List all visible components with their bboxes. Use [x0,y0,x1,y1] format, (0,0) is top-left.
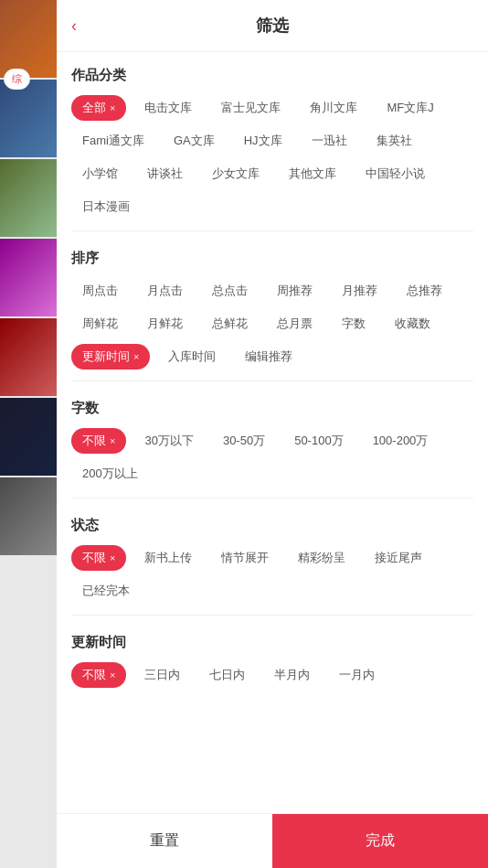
book-cover [0,239,57,316]
tag-总月票[interactable]: 总月票 [266,311,324,337]
reset-button[interactable]: 重置 [57,814,272,868]
tag-总推荐[interactable]: 总推荐 [396,278,453,304]
综合-tab[interactable]: 综 [4,69,30,90]
tag-日本漫画[interactable]: 日本漫画 [71,194,141,220]
tag-精彩纷呈[interactable]: 精彩纷呈 [287,545,356,571]
back-button[interactable]: ‹ [71,16,77,36]
sort-title: 排序 [71,250,473,267]
tag-中国轻小说[interactable]: 中国轻小说 [355,161,436,187]
tag-周点击[interactable]: 周点击 [71,278,129,304]
divider-1 [71,230,473,231]
tag-月点击[interactable]: 月点击 [136,278,194,304]
close-icon: × [110,102,115,113]
tag-半月内[interactable]: 半月内 [263,662,321,688]
close-icon: × [133,351,139,362]
tag-情节展开[interactable]: 情节展开 [210,545,280,571]
tag-100-200万[interactable]: 100-200万 [362,428,440,454]
filter-header: ‹ 筛选 [57,0,488,52]
category-tags: 全部 × 电击文库 富士见文库 角川文库 MF文库J Fami通文库 GA文库 … [71,95,473,220]
tag-不限-wordcount[interactable]: 不限 × [71,428,126,454]
divider-4 [71,615,473,616]
tag-月鲜花[interactable]: 月鲜花 [136,311,194,337]
sort-section: 排序 周点击 月点击 总点击 周推荐 月推荐 总推荐 周鲜花 月鲜花 总鲜花 总… [71,235,473,377]
tag-其他文库[interactable]: 其他文库 [278,161,347,187]
tag-编辑推荐[interactable]: 编辑推荐 [234,344,303,370]
book-cover [0,0,57,78]
tag-入库时间[interactable]: 入库时间 [157,344,227,370]
tag-小学馆[interactable]: 小学馆 [71,161,129,187]
close-icon: × [110,670,115,680]
tag-已经完本[interactable]: 已经完本 [71,578,141,604]
tag-集英社[interactable]: 集英社 [366,128,423,154]
tag-讲谈社[interactable]: 讲谈社 [136,161,194,187]
tag-接近尾声[interactable]: 接近尾声 [364,545,433,571]
wordcount-tags: 不限 × 30万以下 30-50万 50-100万 100-200万 200万以… [71,428,473,487]
update-time-tags: 不限 × 三日内 七日内 半月内 一月内 [71,662,473,688]
close-icon: × [110,435,115,446]
tag-50-100万[interactable]: 50-100万 [283,428,354,454]
tag-富士见文库[interactable]: 富士见文库 [210,95,292,121]
book-cover [0,477,57,555]
page-title: 筛选 [256,15,289,37]
tag-角川文库[interactable]: 角川文库 [299,95,368,121]
book-cover [0,398,57,476]
divider-2 [71,380,473,381]
book-cover [0,318,57,396]
tag-200万以上[interactable]: 200万以上 [71,461,149,487]
tag-字数[interactable]: 字数 [331,311,377,337]
tag-30-50万[interactable]: 30-50万 [212,428,276,454]
tag-HJ文库[interactable]: HJ文库 [233,128,293,154]
status-title: 状态 [71,517,473,534]
left-panel [0,0,57,868]
tag-全部[interactable]: 全部 × [71,95,126,121]
update-time-title: 更新时间 [71,634,473,651]
tag-三日内[interactable]: 三日内 [133,662,191,688]
confirm-button[interactable]: 完成 [272,814,488,868]
tag-不限-status[interactable]: 不限 × [71,545,126,571]
tag-总点击[interactable]: 总点击 [201,278,259,304]
book-cover [0,159,57,237]
tag-月推荐[interactable]: 月推荐 [331,278,388,304]
wordcount-title: 字数 [71,400,473,417]
tag-30万以下[interactable]: 30万以下 [133,428,204,454]
tag-一迅社[interactable]: 一迅社 [301,128,358,154]
tag-七日内[interactable]: 七日内 [198,662,256,688]
category-section: 作品分类 全部 × 电击文库 富士见文库 角川文库 MF文库J Fami通文库 … [71,52,473,227]
filter-content: 作品分类 全部 × 电击文库 富士见文库 角川文库 MF文库J Fami通文库 … [57,52,488,868]
book-cover [0,80,57,157]
tag-电击文库[interactable]: 电击文库 [133,95,203,121]
tag-周鲜花[interactable]: 周鲜花 [71,311,129,337]
status-tags: 不限 × 新书上传 情节展开 精彩纷呈 接近尾声 已经完本 [71,545,473,604]
tag-少女文库[interactable]: 少女文库 [201,161,271,187]
divider-3 [71,498,473,498]
tag-周推荐[interactable]: 周推荐 [266,278,324,304]
tag-Fami通文库[interactable]: Fami通文库 [71,128,155,154]
tag-GA文库[interactable]: GA文库 [163,128,226,154]
status-section: 状态 不限 × 新书上传 情节展开 精彩纷呈 接近尾声 已经完本 [71,502,473,611]
tag-不限-update[interactable]: 不限 × [71,662,126,688]
filter-panel: ‹ 筛选 作品分类 全部 × 电击文库 富士见文库 角川文库 MF文库J Fam… [57,0,488,868]
tag-MF文库J[interactable]: MF文库J [376,95,444,121]
sort-tags: 周点击 月点击 总点击 周推荐 月推荐 总推荐 周鲜花 月鲜花 总鲜花 总月票 … [71,278,473,370]
update-time-section: 更新时间 不限 × 三日内 七日内 半月内 一月内 [71,619,473,695]
footer: 重置 完成 [57,813,488,868]
close-icon: × [110,552,115,563]
wordcount-section: 字数 不限 × 30万以下 30-50万 50-100万 100-200万 20… [71,385,473,494]
tag-总鲜花[interactable]: 总鲜花 [201,311,259,337]
tag-新书上传[interactable]: 新书上传 [133,545,203,571]
category-title: 作品分类 [71,67,473,84]
tag-收藏数[interactable]: 收藏数 [384,311,441,337]
tag-一月内[interactable]: 一月内 [328,662,386,688]
tag-更新时间[interactable]: 更新时间 × [71,344,150,370]
